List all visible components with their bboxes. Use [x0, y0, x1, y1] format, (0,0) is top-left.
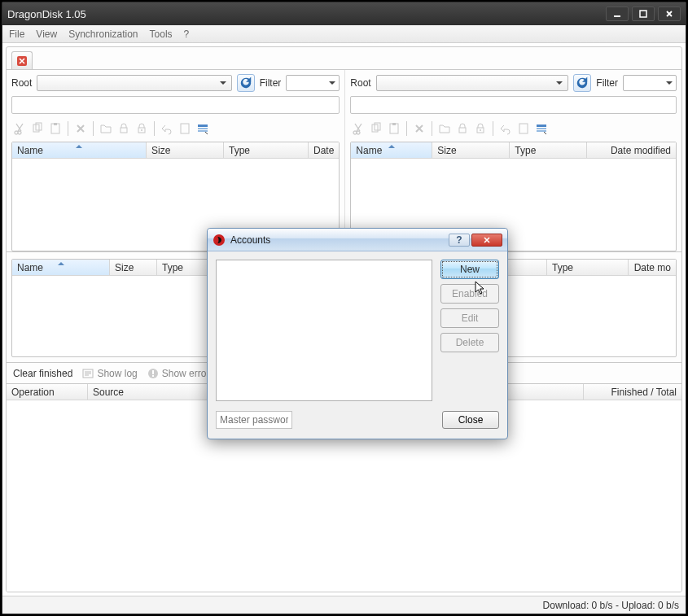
dialog-titlebar[interactable]: Accounts ?	[208, 229, 507, 251]
accounts-dialog: Accounts ? New Enabled Edit Delete Close	[207, 228, 508, 439]
app-icon	[213, 234, 226, 247]
dialog-close-button[interactable]	[471, 234, 502, 247]
accounts-list[interactable]	[216, 260, 432, 401]
master-password-input[interactable]	[216, 411, 292, 429]
delete-account-button[interactable]: Delete	[440, 333, 499, 352]
enabled-button[interactable]: Enabled	[440, 284, 499, 304]
new-account-button[interactable]: New	[440, 260, 499, 279]
edit-account-button[interactable]: Edit	[440, 308, 499, 328]
dialog-title: Accounts	[230, 234, 449, 246]
close-dialog-button[interactable]: Close	[442, 411, 499, 429]
dialog-help-button[interactable]: ?	[449, 234, 470, 247]
